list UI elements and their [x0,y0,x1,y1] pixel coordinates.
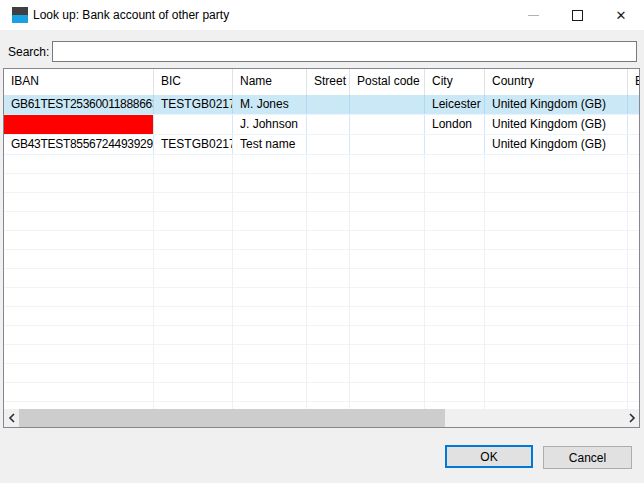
table-row[interactable]: J. Johnson London United Kingdom (GB) [4,115,639,135]
cell-bic[interactable]: TESTGB02174 [154,95,233,114]
close-button[interactable]: ✕ [599,0,643,30]
cancel-button[interactable]: Cancel [543,446,632,469]
cell-street[interactable] [307,95,350,114]
column-header-email[interactable]: Em [628,69,639,95]
column-header-country[interactable]: Country [485,69,628,95]
cell-postal[interactable] [350,95,425,114]
cell-name[interactable]: Test name [233,135,307,154]
cell-city[interactable] [425,135,485,154]
horizontal-scrollbar[interactable] [4,409,639,427]
lookup-table: IBAN BIC Name Street Postal code City Co… [3,68,640,428]
table-row[interactable]: GB43TEST85567244939297 TESTGB02174 Test … [4,135,639,155]
window-title: Look up: Bank account of other party [33,0,229,30]
column-header-iban[interactable]: IBAN [4,69,154,95]
cell-iban-error[interactable] [4,115,154,134]
cell-name[interactable]: M. Jones [233,95,307,114]
chevron-right-icon [628,413,636,423]
column-header-bic[interactable]: BIC [154,69,233,95]
column-header-postal-code[interactable]: Postal code [350,69,425,95]
cell-iban[interactable]: GB61TEST25360011888663 [4,95,154,114]
cell-street[interactable] [307,115,350,134]
cell-street[interactable] [307,135,350,154]
search-input[interactable] [52,41,637,62]
table-empty-area [4,155,639,412]
cell-email[interactable] [628,95,639,114]
cell-name[interactable]: J. Johnson [233,115,307,134]
minimize-icon [528,15,539,16]
search-label: Search: [8,45,49,59]
cell-postal[interactable] [350,135,425,154]
chevron-left-icon [8,413,16,423]
cell-city[interactable]: Leicester [425,95,485,114]
cell-postal[interactable] [350,115,425,134]
cell-email[interactable] [628,135,639,154]
scrollbar-track[interactable] [19,409,624,427]
scroll-right-button[interactable] [624,409,639,427]
cell-bic[interactable] [154,115,233,134]
close-icon: ✕ [616,9,627,22]
cell-email[interactable] [628,115,639,134]
cell-country[interactable]: United Kingdom (GB) [485,115,628,134]
column-header-city[interactable]: City [425,69,485,95]
table-header-row: IBAN BIC Name Street Postal code City Co… [4,69,639,95]
cell-country[interactable]: United Kingdom (GB) [485,95,628,114]
ok-button[interactable]: OK [445,445,533,468]
column-header-street[interactable]: Street [307,69,350,95]
table-row[interactable]: GB61TEST25360011888663 TESTGB02174 M. Jo… [4,95,639,115]
cell-iban[interactable]: GB43TEST85567244939297 [4,135,154,154]
cell-city[interactable]: London [425,115,485,134]
cell-country[interactable]: United Kingdom (GB) [485,135,628,154]
maximize-button[interactable] [555,0,599,30]
minimize-button [511,0,555,30]
cell-bic[interactable]: TESTGB02174 [154,135,233,154]
title-bar: Look up: Bank account of other party ✕ [0,0,644,30]
maximize-icon [572,10,583,21]
scrollbar-thumb[interactable] [19,409,445,427]
app-icon [12,7,28,23]
scroll-left-button[interactable] [4,409,19,427]
column-header-name[interactable]: Name [233,69,307,95]
